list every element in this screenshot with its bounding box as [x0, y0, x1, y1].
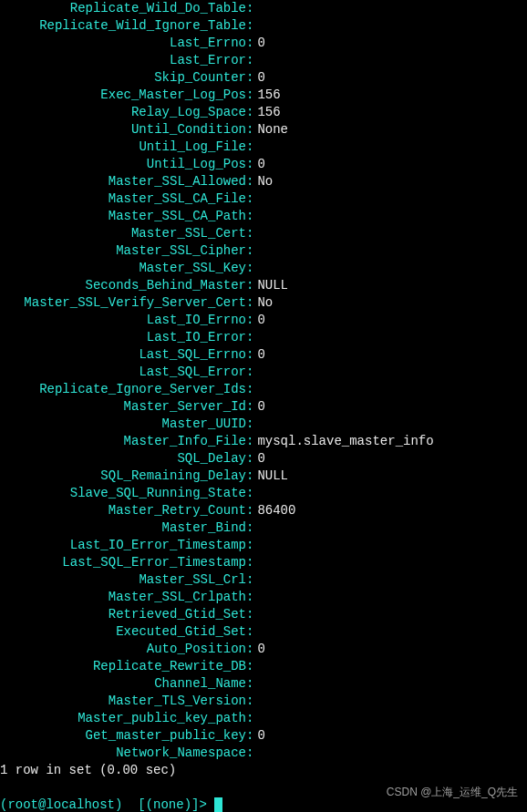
status-row: Network_Namespace: — [0, 745, 527, 762]
colon: : — [246, 434, 253, 448]
status-row: Until_Condition:None — [0, 121, 527, 139]
status-key: Last_IO_Error — [0, 329, 246, 346]
status-key: Master_SSL_Verify_Server_Cert — [0, 294, 246, 312]
status-key: Skip_Counter — [0, 69, 246, 87]
colon: : — [246, 1, 253, 15]
watermark-label: CSDN @上海_运维_Q先生 — [387, 784, 518, 801]
status-row: Master_TLS_Version: — [0, 693, 527, 710]
status-row: Replicate_Wild_Do_Table: — [0, 0, 527, 17]
status-row: Last_IO_Errno:0 — [0, 312, 527, 329]
colon: : — [246, 191, 253, 206]
colon: : — [246, 313, 253, 327]
status-row: Slave_SQL_Running_State: — [0, 485, 527, 502]
status-key: Retrieved_Gtid_Set — [0, 606, 246, 623]
status-row: Master_SSL_Allowed:No — [0, 173, 527, 190]
status-key: Master_UUID — [0, 416, 246, 433]
status-key: Replicate_Wild_Ignore_Table — [0, 17, 246, 35]
status-row: Last_Errno:0 — [0, 35, 527, 52]
status-key: Replicate_Rewrite_DB — [0, 658, 246, 675]
colon: : — [246, 174, 253, 189]
status-key: Replicate_Ignore_Server_Ids — [0, 381, 246, 398]
status-row: Master_SSL_Crlpath: — [0, 589, 527, 606]
status-row: Master_UUID: — [0, 416, 527, 433]
slave-status-output: Replicate_Wild_Do_Table:Replicate_Wild_I… — [0, 0, 527, 762]
colon: : — [246, 486, 253, 500]
status-row: Master_SSL_Crl: — [0, 571, 527, 589]
colon: : — [246, 624, 253, 639]
status-key: Master_SSL_Cipher — [0, 242, 246, 260]
status-value: mysql.slave_master_info — [257, 434, 433, 448]
status-value: None — [257, 122, 288, 137]
status-row: Last_IO_Error_Timestamp: — [0, 537, 527, 554]
colon: : — [246, 261, 253, 275]
status-key: Master_SSL_Crl — [0, 571, 246, 589]
status-row: SQL_Remaining_Delay:NULL — [0, 468, 527, 485]
status-value: 0 — [257, 347, 264, 362]
colon: : — [246, 122, 253, 137]
status-key: Master_SSL_Cert — [0, 225, 246, 242]
colon: : — [246, 659, 253, 673]
status-row: Replicate_Rewrite_DB: — [0, 658, 527, 675]
status-row: Master_public_key_path: — [0, 710, 527, 727]
colon: : — [246, 365, 253, 379]
colon: : — [246, 157, 253, 171]
status-row: Master_Info_File:mysql.slave_master_info — [0, 433, 527, 450]
status-key: Slave_SQL_Running_State — [0, 485, 246, 502]
status-key: Relay_Log_Space — [0, 104, 246, 121]
status-key: Until_Log_File — [0, 139, 246, 156]
status-row: Master_Bind: — [0, 519, 527, 537]
status-value: NULL — [257, 468, 288, 483]
colon: : — [246, 70, 253, 85]
status-row: Relay_Log_Space:156 — [0, 104, 527, 121]
status-value: 0 — [257, 451, 264, 466]
colon: : — [246, 451, 253, 466]
cursor-icon — [214, 797, 222, 812]
colon: : — [246, 468, 253, 483]
status-value: 156 — [257, 87, 280, 102]
prompt-text: (root@localhost) [(none)]> — [0, 797, 214, 812]
colon: : — [246, 555, 253, 570]
status-value: 0 — [257, 642, 264, 656]
status-row: Master_SSL_Cert: — [0, 225, 527, 242]
colon: : — [246, 416, 253, 431]
status-row: Skip_Counter:0 — [0, 69, 527, 87]
status-row: Executed_Gtid_Set: — [0, 623, 527, 641]
status-row: SQL_Delay:0 — [0, 450, 527, 468]
colon: : — [246, 590, 253, 604]
status-key: Last_Error — [0, 52, 246, 69]
status-row: Get_master_public_key:0 — [0, 727, 527, 745]
status-row: Master_SSL_Key: — [0, 260, 527, 277]
colon: : — [246, 694, 253, 708]
status-row: Master_SSL_Cipher: — [0, 242, 527, 260]
status-row: Channel_Name: — [0, 675, 527, 693]
status-row: Until_Log_Pos:0 — [0, 156, 527, 173]
status-value: 0 — [257, 313, 264, 327]
status-key: Replicate_Wild_Do_Table — [0, 0, 246, 17]
colon: : — [246, 87, 253, 102]
status-row: Seconds_Behind_Master:NULL — [0, 277, 527, 294]
status-key: Network_Namespace — [0, 745, 246, 762]
status-key: Channel_Name — [0, 675, 246, 693]
status-row: Until_Log_File: — [0, 139, 527, 156]
status-key: Auto_Position — [0, 641, 246, 658]
colon: : — [246, 18, 253, 33]
status-key: Last_IO_Errno — [0, 312, 246, 329]
status-row: Last_SQL_Error_Timestamp: — [0, 554, 527, 571]
status-value: No — [257, 295, 273, 310]
status-value: No — [257, 174, 273, 189]
colon: : — [246, 572, 253, 587]
colon: : — [246, 105, 253, 119]
status-row: Master_SSL_CA_Path: — [0, 208, 527, 225]
status-row: Exec_Master_Log_Pos:156 — [0, 87, 527, 104]
status-row: Retrieved_Gtid_Set: — [0, 606, 527, 623]
status-value: 0 — [257, 399, 264, 414]
colon: : — [246, 209, 253, 223]
colon: : — [246, 382, 253, 396]
status-key: Seconds_Behind_Master — [0, 277, 246, 294]
status-key: Last_Errno — [0, 35, 246, 52]
status-key: Get_master_public_key — [0, 727, 246, 745]
status-key: Master_TLS_Version — [0, 693, 246, 710]
colon: : — [246, 36, 253, 50]
status-value: NULL — [257, 278, 288, 293]
status-key: Master_SSL_CA_File — [0, 190, 246, 208]
